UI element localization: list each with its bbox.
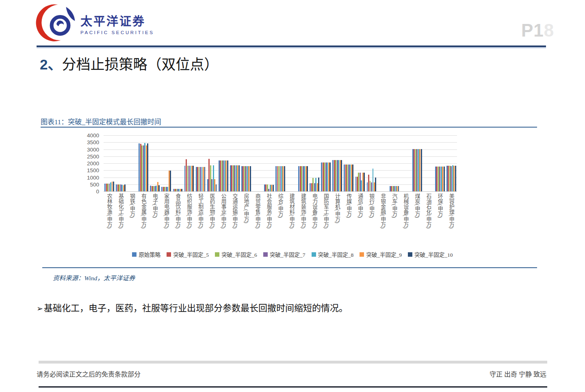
x-tick-label: 医药生物(申万) bbox=[209, 193, 215, 247]
bar bbox=[332, 160, 334, 191]
bar-group bbox=[126, 135, 138, 191]
bar bbox=[238, 165, 240, 191]
bar bbox=[109, 184, 110, 191]
bar bbox=[211, 179, 212, 191]
bullet-point: ➢基础化工，电子，医药，社服等行业出现部分参数最长回撤时间缩短的情况。 bbox=[37, 301, 540, 314]
legend-item: 突破_半固定_6 bbox=[215, 250, 257, 258]
bar bbox=[338, 160, 339, 191]
bar bbox=[282, 166, 284, 191]
bar bbox=[310, 183, 311, 191]
x-tick-cell: 纺织服饰(申万) bbox=[183, 193, 195, 247]
section-title: 2、分档止损策略（双位点） bbox=[40, 53, 218, 74]
bar bbox=[303, 166, 304, 191]
legend-label: 原始策略 bbox=[139, 250, 160, 258]
bar-group bbox=[229, 135, 240, 191]
bar-group bbox=[320, 135, 332, 191]
x-tick-label: 电力设备(申万) bbox=[312, 193, 317, 247]
bar bbox=[367, 182, 368, 191]
bar bbox=[325, 162, 327, 191]
x-tick-label: 纺织服饰(申万) bbox=[186, 193, 192, 247]
y-tick-label: 500 bbox=[90, 181, 99, 187]
bar bbox=[351, 165, 352, 191]
bar bbox=[273, 185, 274, 191]
bar bbox=[357, 177, 358, 191]
bar bbox=[412, 149, 414, 191]
bar bbox=[395, 186, 396, 191]
x-tick-cell: 电子(申万) bbox=[149, 193, 160, 247]
bar bbox=[196, 167, 197, 191]
figure-divider bbox=[42, 267, 537, 268]
bar bbox=[298, 166, 299, 191]
bar bbox=[141, 145, 143, 192]
x-tick-label: 国防军工(申万) bbox=[323, 193, 329, 247]
x-tick-cell: 基础化工(申万) bbox=[115, 193, 126, 247]
bar bbox=[146, 145, 147, 192]
legend-label: 突破_半固定_9 bbox=[366, 250, 402, 258]
x-tick-cell: 轻工制造(申万) bbox=[195, 193, 206, 247]
bar-group bbox=[343, 135, 354, 191]
logo-en-name: PACIFIC SECURITIES bbox=[80, 30, 154, 35]
bar bbox=[110, 182, 111, 191]
bar bbox=[448, 166, 449, 191]
bar bbox=[267, 184, 268, 191]
bar bbox=[237, 165, 238, 191]
bar bbox=[374, 182, 375, 191]
bar bbox=[227, 160, 228, 191]
x-tick-label: 交通运输(申万) bbox=[232, 193, 238, 247]
x-axis-labels: 农林牧渔(申万)基础化工(申万)钢铁(申万)有色金属(申万)电子(申万)家用电器… bbox=[104, 193, 457, 247]
bar-group bbox=[218, 135, 229, 191]
bar bbox=[455, 166, 456, 191]
x-tick-label: 钢铁(申万) bbox=[129, 193, 135, 247]
bar bbox=[340, 160, 341, 191]
bar-group bbox=[275, 135, 286, 191]
bar-group bbox=[115, 135, 126, 191]
bar bbox=[419, 149, 420, 191]
bar bbox=[144, 143, 145, 191]
bar-group bbox=[195, 135, 206, 191]
x-tick-cell: 食品饮料(申万) bbox=[172, 193, 183, 247]
footer-bottom-line bbox=[39, 386, 547, 388]
legend-label: 突破_半固定_5 bbox=[173, 250, 209, 258]
x-tick-cell: 家用电器(申万) bbox=[160, 193, 172, 247]
x-tick-cell: 公用事业(申万) bbox=[218, 193, 229, 247]
bar bbox=[248, 166, 249, 191]
x-tick-cell: 煤炭(申万) bbox=[412, 193, 423, 247]
bar bbox=[117, 184, 119, 191]
x-tick-label: 轻工制造(申万) bbox=[198, 193, 204, 247]
bar-group bbox=[297, 135, 309, 191]
x-tick-cell: 通信(申万) bbox=[354, 193, 366, 247]
legend-item: 突破_半固定_7 bbox=[263, 250, 306, 258]
x-tick-cell: 农林牧渔(申万) bbox=[104, 193, 115, 247]
bar bbox=[204, 167, 206, 191]
bar-group bbox=[332, 135, 343, 191]
bar bbox=[236, 165, 237, 191]
bar bbox=[368, 175, 369, 191]
bar bbox=[361, 180, 362, 191]
bar bbox=[124, 184, 126, 191]
bar-group bbox=[354, 135, 366, 191]
source-note: 资料来源：Wind，太平洋证券 bbox=[53, 273, 135, 282]
bar bbox=[158, 185, 160, 191]
bar bbox=[200, 167, 201, 191]
bar bbox=[355, 177, 357, 191]
bar bbox=[153, 186, 154, 191]
bullet-arrow-icon: ➢ bbox=[37, 304, 43, 313]
x-tick-cell: 传媒(申万) bbox=[343, 193, 354, 247]
bar bbox=[123, 185, 124, 191]
x-tick-label: 有色金属(申万) bbox=[141, 193, 146, 247]
bar bbox=[268, 189, 269, 191]
x-tick-cell: 银行(申万) bbox=[366, 193, 377, 247]
bar bbox=[247, 166, 248, 191]
x-tick-label: 石油石化(申万) bbox=[426, 193, 431, 247]
x-tick-label: 计算机(申万) bbox=[334, 193, 340, 247]
bar bbox=[106, 184, 107, 191]
x-tick-cell: 石油石化(申万) bbox=[423, 193, 434, 247]
bar bbox=[167, 187, 168, 191]
bar bbox=[280, 166, 281, 191]
bar bbox=[190, 166, 191, 191]
bar-group bbox=[183, 135, 195, 191]
bar bbox=[199, 167, 200, 191]
x-tick-label: 商贸零售(申万) bbox=[255, 193, 260, 247]
x-tick-label: 社会服务(申万) bbox=[266, 193, 272, 247]
x-tick-cell: 商贸零售(申万) bbox=[252, 193, 263, 247]
